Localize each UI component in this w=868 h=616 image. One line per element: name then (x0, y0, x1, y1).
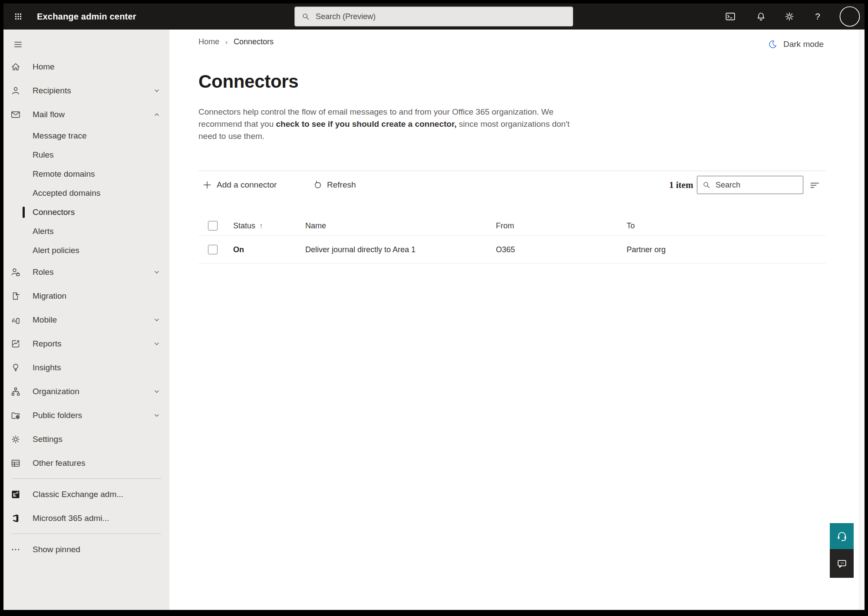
column-header-name[interactable]: Name (305, 221, 326, 230)
avatar (839, 6, 861, 27)
sidebar-item-organization[interactable]: Organization (3, 379, 169, 403)
dark-mode-toggle[interactable]: Dark mode (768, 39, 824, 49)
sidebar-item-label: Organization (33, 387, 79, 396)
sidebar-item-label: Reports (33, 339, 62, 349)
column-header-to[interactable]: To (627, 221, 635, 230)
sidebar-item-alerts[interactable]: Alerts (3, 222, 169, 241)
app-launcher-icon[interactable] (9, 7, 28, 26)
plus-icon (202, 180, 212, 190)
sort-ascending-icon: ↑ (259, 221, 263, 230)
sidebar-item-label: Other features (33, 458, 85, 468)
feedback-button[interactable] (830, 549, 854, 578)
select-all-checkbox[interactable] (208, 221, 218, 231)
chevron-down-icon (152, 410, 162, 421)
sidebar-item-reports[interactable]: Reports (3, 332, 169, 356)
sidebar-item-label: Migration (33, 291, 66, 301)
left-navigation: HomeRecipientsMail flowMessage traceRule… (3, 30, 169, 610)
list-search-input[interactable]: Search (697, 176, 803, 194)
support-button[interactable] (830, 523, 854, 549)
sidebar-item-label: Insights (33, 363, 61, 372)
gear-icon (784, 11, 795, 22)
chevron-down-icon (152, 339, 162, 349)
add-connector-button[interactable]: Add a connector (202, 175, 277, 195)
sidebar-item-connectors[interactable]: Connectors (3, 203, 169, 222)
scrollbar-track[interactable] (859, 30, 865, 610)
sidebar-item-accepted-domains[interactable]: Accepted domains (3, 184, 169, 203)
app-title: Exchange admin center (37, 3, 136, 30)
item-count: 1 item (669, 175, 693, 195)
column-header-from[interactable]: From (496, 221, 514, 230)
org-chart-icon (10, 386, 21, 397)
chevron-up-icon (152, 109, 162, 120)
bell-icon (756, 11, 766, 22)
sidebar-item-microsoft-365-admi[interactable]: Microsoft 365 admi... (3, 506, 169, 530)
migration-icon (10, 291, 21, 301)
sidebar-item-other-features[interactable]: Other features (3, 451, 169, 475)
ellipsis-icon (10, 544, 21, 555)
sidebar-item-insights[interactable]: Insights (3, 356, 169, 379)
dark-mode-label: Dark mode (783, 40, 824, 49)
chevron-down-icon (152, 315, 162, 325)
headset-icon (836, 530, 848, 542)
person-badge-icon (10, 267, 21, 277)
sidebar-item-mobile[interactable]: Mobile (3, 308, 169, 332)
sidebar-divider (12, 534, 161, 534)
description-link-text[interactable]: check to see if you should create a conn… (276, 119, 456, 128)
sidebar-item-label: Remote domains (33, 169, 95, 179)
sidebar-item-label: Alerts (33, 227, 54, 236)
global-search-placeholder: Search (Preview) (316, 12, 376, 21)
refresh-button[interactable]: Refresh (312, 175, 356, 195)
sidebar-item-mail-flow[interactable]: Mail flow (3, 102, 169, 126)
hamburger-icon (13, 40, 23, 49)
sidebar-item-public-folders[interactable]: Public folders (3, 403, 169, 427)
page-title: Connectors (198, 71, 298, 92)
notifications-button[interactable] (751, 7, 770, 26)
sidebar-item-label: Alert policies (33, 246, 79, 255)
sidebar-item-label: Accepted domains (33, 188, 100, 198)
svg-text:E: E (13, 492, 17, 497)
global-search-input[interactable]: Search (Preview) (294, 7, 573, 26)
account-button[interactable] (838, 5, 861, 28)
sidebar-item-migration[interactable]: Migration (3, 284, 169, 308)
search-icon (702, 180, 711, 190)
table-header-row: Status↑ Name From To (198, 216, 826, 236)
filter-button[interactable] (808, 178, 822, 192)
table-icon (10, 458, 21, 468)
row-name[interactable]: Deliver journal directly to Area 1 (305, 245, 416, 254)
person-icon (10, 86, 21, 96)
sidebar-item-recipients[interactable]: Recipients (3, 79, 169, 102)
gear-icon (10, 434, 21, 445)
mobile-icon (10, 315, 21, 325)
powershell-button[interactable] (721, 7, 740, 26)
waffle-icon (13, 11, 23, 22)
svg-text:?: ? (815, 11, 820, 21)
sidebar-item-roles[interactable]: Roles (3, 260, 169, 284)
sidebar-item-remote-domains[interactable]: Remote domains (3, 165, 169, 184)
table-row[interactable]: OnDeliver journal directly to Area 1O365… (198, 236, 826, 264)
exchange-admin-window: Exchange admin center Search (Preview) ?… (0, 0, 868, 616)
help-button[interactable]: ? (808, 7, 827, 26)
sidebar-item-show-pinned[interactable]: Show pinned (3, 537, 169, 561)
sidebar-item-rules[interactable]: Rules (3, 145, 169, 165)
sidebar-item-settings[interactable]: Settings (3, 427, 169, 451)
nav-collapse-button[interactable] (8, 35, 27, 54)
chevron-down-icon (152, 386, 162, 397)
lightbulb-icon (10, 362, 21, 373)
sidebar-item-alert-policies[interactable]: Alert policies (3, 241, 169, 260)
sidebar-item-label: Connectors (33, 208, 75, 217)
sidebar-item-classic-exchange-adm[interactable]: EClassic Exchange adm... (3, 482, 169, 506)
sidebar-item-label: Public folders (33, 411, 82, 420)
sidebar-item-home[interactable]: Home (3, 55, 169, 79)
breadcrumb-chevron-icon: › (225, 38, 228, 46)
column-header-status[interactable]: Status↑ (233, 221, 263, 230)
list-toolbar: Add a connector Refresh 1 item Search (198, 175, 826, 195)
terminal-icon (725, 11, 736, 22)
nav-item-list: HomeRecipientsMail flowMessage traceRule… (3, 55, 169, 561)
sidebar-item-message-trace[interactable]: Message trace (3, 126, 169, 145)
question-icon: ? (812, 11, 823, 22)
filter-icon (809, 179, 821, 191)
row-checkbox[interactable] (208, 245, 218, 254)
breadcrumb-home-link[interactable]: Home (198, 37, 219, 46)
settings-button[interactable] (780, 7, 799, 26)
sidebar-item-label: Classic Exchange adm... (33, 490, 123, 499)
